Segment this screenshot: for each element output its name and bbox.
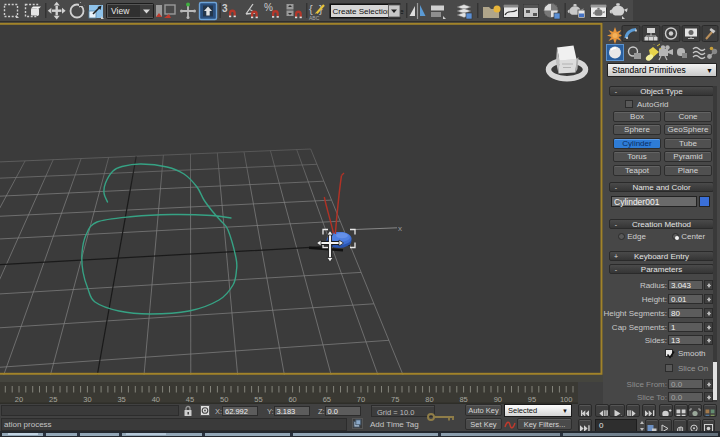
svg-text:90: 90 <box>494 395 502 404</box>
svg-text:80: 80 <box>425 395 433 404</box>
svg-text:ABC: ABC <box>309 15 320 21</box>
svg-text:View: View <box>111 6 130 16</box>
svg-text:{: { <box>309 3 313 15</box>
svg-text:x: x <box>398 224 402 233</box>
svg-text:95: 95 <box>528 395 536 404</box>
svg-text:85: 85 <box>459 395 467 404</box>
svg-text:35: 35 <box>117 395 125 404</box>
svg-text:25: 25 <box>49 395 57 404</box>
svg-text:45: 45 <box>186 395 194 404</box>
svg-text:50: 50 <box>220 395 228 404</box>
svg-text:100: 100 <box>560 395 573 404</box>
svg-text:65: 65 <box>323 395 331 404</box>
svg-text:55: 55 <box>254 395 262 404</box>
svg-text:3: 3 <box>222 3 228 14</box>
svg-text:70: 70 <box>357 395 365 404</box>
svg-text:%: % <box>264 2 273 13</box>
svg-text:75: 75 <box>391 395 399 404</box>
svg-text:40: 40 <box>152 395 160 404</box>
svg-text:20: 20 <box>15 395 23 404</box>
svg-text:30: 30 <box>83 395 91 404</box>
svg-text:60: 60 <box>288 395 296 404</box>
